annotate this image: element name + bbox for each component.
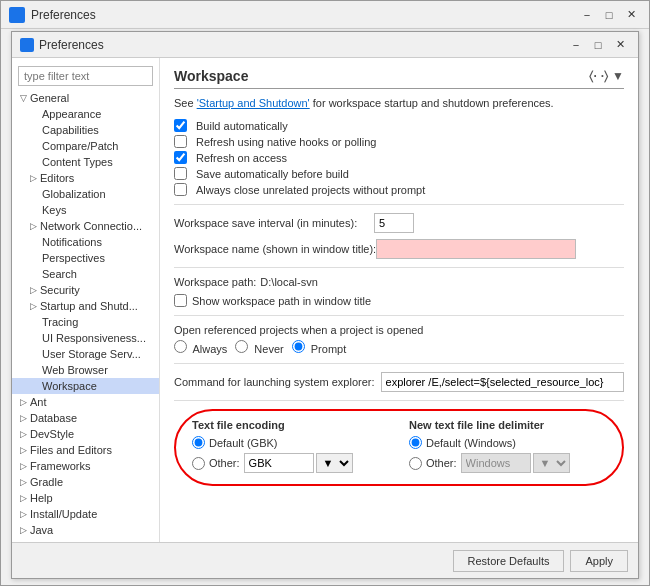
sidebar-item-label: Web Browser [42,364,108,376]
checkbox-label-close-unrelated: Always close unrelated projects without … [196,184,425,196]
outer-title-bar: Preferences − □ ✕ [1,1,649,29]
nav-forward-icon[interactable]: ·〉 [601,69,608,83]
encoding-other-radio[interactable] [192,457,205,470]
sidebar-item-globalization[interactable]: Globalization [12,186,159,202]
filter-input[interactable] [18,66,153,86]
sidebar-item-keys[interactable]: Keys [12,202,159,218]
main-content: Workspace 〈· ·〉 ▼ See 'Startup and Shutd… [160,58,638,504]
sidebar-item-tracing[interactable]: Tracing [12,314,159,330]
checkbox-refresh-access[interactable] [174,151,187,164]
delimiter-default-label: Default (Windows) [426,437,516,449]
checkbox-build-auto[interactable] [174,119,187,132]
sidebar-item-editors[interactable]: ▷Editors [12,170,159,186]
nav-back-icon[interactable]: 〈· [589,69,596,83]
sidebar-item-general[interactable]: ▽General [12,90,159,106]
checkbox-refresh-native[interactable] [174,135,187,148]
minimize-button[interactable]: − [577,6,597,24]
delimiter-select[interactable]: ▼ [533,453,570,473]
sidebar-item-network-connection[interactable]: ▷Network Connectio... [12,218,159,234]
encoding-default-label: Default (GBK) [209,437,277,449]
checkbox-close-unrelated[interactable] [174,183,187,196]
nav-menu-icon[interactable]: ▼ [612,69,624,83]
workspace-path-label: Workspace path: [174,276,256,288]
radio-never[interactable] [235,340,248,353]
encoding-select[interactable]: ▼ [316,453,353,473]
sidebar-item-perspectives[interactable]: Perspectives [12,250,159,266]
restore-defaults-button[interactable]: Restore Defaults [453,550,565,572]
tree-arrow: ▷ [30,173,37,183]
sidebar-item-files-editors[interactable]: ▷Files and Editors [12,442,159,458]
section-nav-icons: 〈· ·〉 ▼ [589,69,624,83]
sidebar: ▽General Appearance Capabilities Compare… [12,58,160,578]
tree-arrow: ▷ [20,397,27,407]
sidebar-item-frameworks[interactable]: ▷Frameworks [12,458,159,474]
outer-window-title: Preferences [31,8,577,22]
checkbox-label-refresh-native: Refresh using native hooks or polling [196,136,376,148]
sidebar-item-help[interactable]: ▷Help [12,490,159,506]
workspace-name-input[interactable] [376,239,576,259]
sidebar-item-label: Tracing [42,316,78,328]
sidebar-item-install-update[interactable]: ▷Install/Update [12,506,159,522]
sidebar-item-startup-shutdown[interactable]: ▷Startup and Shutd... [12,298,159,314]
sidebar-item-gradle[interactable]: ▷Gradle [12,474,159,490]
command-input[interactable] [381,372,624,392]
checkbox-row-close-unrelated: Always close unrelated projects without … [174,183,624,196]
tree-arrow: ▷ [30,285,37,295]
encoding-other-row: Other: ▼ [192,453,389,473]
tree-arrow: ▷ [20,429,27,439]
checkbox-save-auto[interactable] [174,167,187,180]
startup-shutdown-link[interactable]: 'Startup and Shutdown' [197,97,310,109]
maximize-button[interactable]: □ [599,6,619,24]
encoding-other-input[interactable] [244,453,314,473]
radio-prompt[interactable] [292,340,305,353]
apply-button[interactable]: Apply [570,550,628,572]
encoding-default-radio[interactable] [192,436,205,449]
tree-arrow: ▷ [20,445,27,455]
delimiter-other-radio[interactable] [409,457,422,470]
inner-close-button[interactable]: ✕ [610,36,630,54]
sidebar-item-search[interactable]: Search [12,266,159,282]
sidebar-item-database[interactable]: ▷Database [12,410,159,426]
sidebar-item-label: Notifications [42,236,102,248]
sidebar-item-label: Java [30,524,53,536]
sidebar-item-java[interactable]: ▷Java [12,522,159,538]
sidebar-item-workspace[interactable]: Workspace [12,378,159,394]
outer-window: Preferences − □ ✕ Preferences − □ ✕ ▽Gen… [0,0,650,586]
checkbox-row-refresh-access: Refresh on access [174,151,624,164]
sidebar-item-label: Install/Update [30,508,97,520]
delimiter-other-label: Other: [426,457,457,469]
radio-always[interactable] [174,340,187,353]
tree-arrow: ▷ [20,525,27,535]
sidebar-item-security[interactable]: ▷Security [12,282,159,298]
show-path-checkbox[interactable] [174,294,187,307]
encoding-title: Text file encoding [192,419,389,431]
inner-minimize-button[interactable]: − [566,36,586,54]
save-interval-row: Workspace save interval (in minutes): [174,213,624,233]
checkbox-label-save-auto: Save automatically before build [196,168,349,180]
sidebar-item-notifications[interactable]: Notifications [12,234,159,250]
tree-arrow: ▷ [20,477,27,487]
delimiter-default-radio[interactable] [409,436,422,449]
save-interval-input[interactable] [374,213,414,233]
inner-maximize-button[interactable]: □ [588,36,608,54]
delimiter-other-input[interactable] [461,453,531,473]
outer-window-controls: − □ ✕ [577,6,641,24]
divider-1 [174,204,624,205]
sidebar-item-capabilities[interactable]: Capabilities [12,122,159,138]
delimiter-col: New text file line delimiter Default (Wi… [409,419,606,476]
sidebar-item-ant[interactable]: ▷Ant [12,394,159,410]
sidebar-item-web-browser[interactable]: Web Browser [12,362,159,378]
sidebar-item-appearance[interactable]: Appearance [12,106,159,122]
info-suffix: for workspace startup and shutdown prefe… [310,97,554,109]
info-prefix: See [174,97,197,109]
close-button[interactable]: ✕ [621,6,641,24]
workspace-title: Workspace [174,68,248,84]
sidebar-item-compare-patch[interactable]: Compare/Patch [12,138,159,154]
sidebar-item-user-storage[interactable]: User Storage Serv... [12,346,159,362]
sidebar-item-devstyle[interactable]: ▷DevStyle [12,426,159,442]
show-path-row: Show workspace path in window title [174,294,624,307]
sidebar-item-content-types[interactable]: Content Types [12,154,159,170]
sidebar-item-label: General [30,92,69,104]
sidebar-item-ui-responsiveness[interactable]: UI Responsiveness... [12,330,159,346]
divider-5 [174,400,624,401]
